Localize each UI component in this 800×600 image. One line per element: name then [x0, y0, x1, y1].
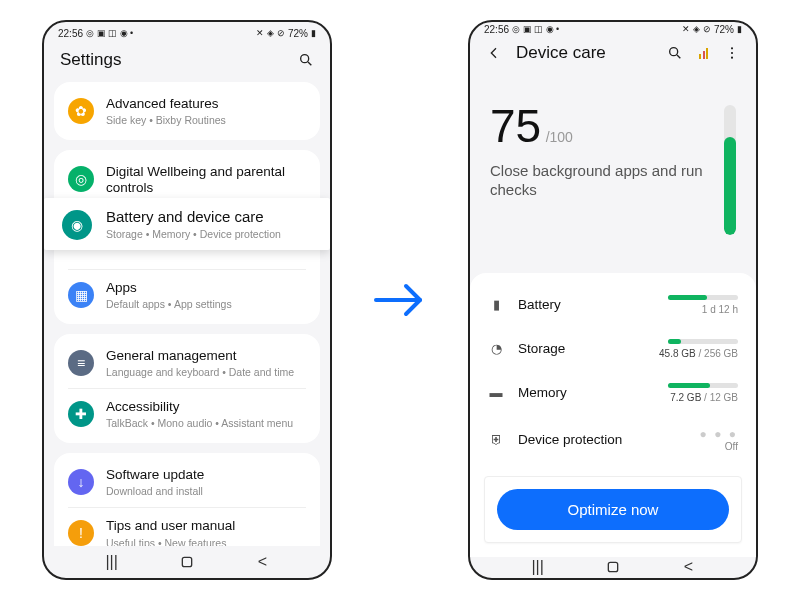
- optimize-section: Optimize now: [470, 468, 756, 557]
- svg-line-5: [677, 55, 680, 58]
- item-sub: Default apps • App settings: [106, 298, 306, 310]
- item-sub: Side key • Bixby Routines: [106, 114, 306, 126]
- status-wifi-icon: ◈: [267, 28, 274, 38]
- device-care-title: Device care: [516, 43, 606, 63]
- search-icon[interactable]: [667, 45, 683, 61]
- svg-line-1: [308, 62, 311, 65]
- metric-value: Off: [650, 441, 738, 452]
- more-icon[interactable]: [724, 45, 740, 61]
- item-title: General management: [106, 348, 306, 364]
- score-value: 75: [490, 100, 541, 152]
- item-sub: Download and install: [106, 485, 306, 497]
- status-mute-icon: ✕: [682, 24, 690, 34]
- accessibility-icon: ✚: [68, 401, 94, 427]
- item-title: Software update: [106, 467, 306, 483]
- metric-value: 1 d 12 h: [650, 304, 738, 315]
- status-battery-pct: 72%: [288, 28, 308, 39]
- status-mute-icon: ✕: [256, 28, 264, 38]
- status-battery-icon: ▮: [311, 28, 316, 38]
- nav-bar: ||| <: [470, 557, 756, 578]
- metric-label: Battery: [518, 297, 636, 312]
- wellbeing-icon: ◎: [68, 166, 94, 192]
- nav-home-icon[interactable]: [604, 558, 622, 576]
- dots-indicator: ● ● ●: [650, 427, 738, 441]
- item-title: Advanced features: [106, 96, 306, 112]
- status-icons-left: ◎ ▣ ◫ ◉ •: [86, 28, 133, 38]
- score-section: 75 /100 Close background apps and run ch…: [470, 73, 756, 273]
- item-sub: Language and keyboard • Date and time: [106, 366, 306, 378]
- memory-icon: ▬: [488, 385, 504, 400]
- svg-point-4: [670, 47, 678, 55]
- svg-point-8: [731, 56, 733, 58]
- score-gauge: [724, 105, 736, 235]
- settings-title: Settings: [60, 50, 121, 70]
- status-battery-pct: 72%: [714, 24, 734, 35]
- svg-rect-9: [608, 563, 617, 572]
- nav-bar: ||| <: [44, 546, 330, 578]
- settings-item-apps[interactable]: ▦ Apps Default apps • App settings: [54, 270, 320, 320]
- device-care-icon: ◉: [62, 210, 92, 240]
- item-sub: Useful tips • New features: [106, 537, 306, 547]
- metric-label: Device protection: [518, 432, 636, 447]
- score-denominator: /100: [546, 129, 573, 145]
- tips-icon: !: [68, 520, 94, 546]
- general-icon: ≡: [68, 350, 94, 376]
- metric-label: Storage: [518, 341, 636, 356]
- svg-rect-2: [182, 557, 191, 566]
- item-title: Accessibility: [106, 399, 306, 415]
- settings-item-tips[interactable]: ! Tips and user manual Useful tips • New…: [54, 508, 320, 546]
- metric-protection[interactable]: ⛨ Device protection ● ● ● Off: [486, 415, 740, 464]
- nav-back-icon[interactable]: <: [679, 558, 697, 576]
- svg-point-6: [731, 47, 733, 49]
- svg-point-0: [301, 55, 309, 63]
- item-title: Tips and user manual: [106, 518, 306, 534]
- update-icon: ↓: [68, 469, 94, 495]
- status-icons-left: ◎ ▣ ◫ ◉ •: [512, 24, 559, 34]
- settings-item-accessibility[interactable]: ✚ Accessibility TalkBack • Mono audio • …: [54, 389, 320, 439]
- back-icon[interactable]: [486, 45, 502, 61]
- item-sub: TalkBack • Mono audio • Assistant menu: [106, 417, 306, 429]
- status-block-icon: ⊘: [277, 28, 285, 38]
- settings-item-update[interactable]: ↓ Software update Download and install: [54, 457, 320, 507]
- settings-screen: 22:56 ◎ ▣ ◫ ◉ • ✕ ◈ ⊘ 72% ▮ Settings ✿: [42, 20, 332, 580]
- storage-icon: ◔: [488, 341, 504, 356]
- metric-memory[interactable]: ▬ Memory 7.2 GB / 12 GB: [486, 371, 740, 415]
- settings-header: Settings: [44, 44, 330, 80]
- metric-value: 7.2 GB / 12 GB: [650, 392, 738, 403]
- settings-item-general[interactable]: ≡ General management Language and keyboa…: [54, 338, 320, 388]
- settings-list[interactable]: ✿ Advanced features Side key • Bixby Rou…: [44, 80, 330, 546]
- chart-icon[interactable]: [699, 47, 708, 59]
- optimize-button[interactable]: Optimize now: [497, 489, 729, 530]
- status-bar: 22:56 ◎ ▣ ◫ ◉ • ✕ ◈ ⊘ 72% ▮: [470, 22, 756, 37]
- metric-storage[interactable]: ◔ Storage 45.8 GB / 256 GB: [486, 327, 740, 371]
- nav-home-icon[interactable]: [178, 553, 196, 571]
- svg-point-7: [731, 52, 733, 54]
- nav-recent-icon[interactable]: |||: [103, 553, 121, 571]
- metrics-card: ▮ Battery 1 d 12 h ◔ Storage 45.8 GB / 2…: [470, 273, 756, 468]
- transition-arrow-icon: [372, 276, 428, 324]
- battery-icon: ▮: [488, 297, 504, 312]
- metric-battery[interactable]: ▮ Battery 1 d 12 h: [486, 283, 740, 327]
- device-care-screen: 22:56 ◎ ▣ ◫ ◉ • ✕ ◈ ⊘ 72% ▮ Device care: [468, 20, 758, 580]
- item-title: Apps: [106, 280, 306, 296]
- status-bar: 22:56 ◎ ▣ ◫ ◉ • ✕ ◈ ⊘ 72% ▮: [44, 22, 330, 44]
- status-block-icon: ⊘: [703, 24, 711, 34]
- settings-item-device-care-highlighted[interactable]: ◉ Battery and device care Storage • Memo…: [44, 198, 330, 250]
- shield-icon: ⛨: [488, 432, 504, 447]
- metric-value: 45.8 GB / 256 GB: [650, 348, 738, 359]
- status-wifi-icon: ◈: [693, 24, 700, 34]
- status-time: 22:56: [58, 28, 83, 39]
- apps-icon: ▦: [68, 282, 94, 308]
- gear-icon: ✿: [68, 98, 94, 124]
- item-title: Battery and device care: [106, 208, 312, 226]
- nav-back-icon[interactable]: <: [253, 553, 271, 571]
- status-battery-icon: ▮: [737, 24, 742, 34]
- nav-recent-icon[interactable]: |||: [529, 558, 547, 576]
- metric-label: Memory: [518, 385, 636, 400]
- item-sub: Storage • Memory • Device protection: [106, 228, 312, 240]
- status-time: 22:56: [484, 24, 509, 35]
- item-title: Digital Wellbeing and parental controls: [106, 164, 306, 196]
- device-care-header: Device care: [470, 37, 756, 73]
- settings-item-advanced[interactable]: ✿ Advanced features Side key • Bixby Rou…: [54, 86, 320, 136]
- search-icon[interactable]: [298, 52, 314, 68]
